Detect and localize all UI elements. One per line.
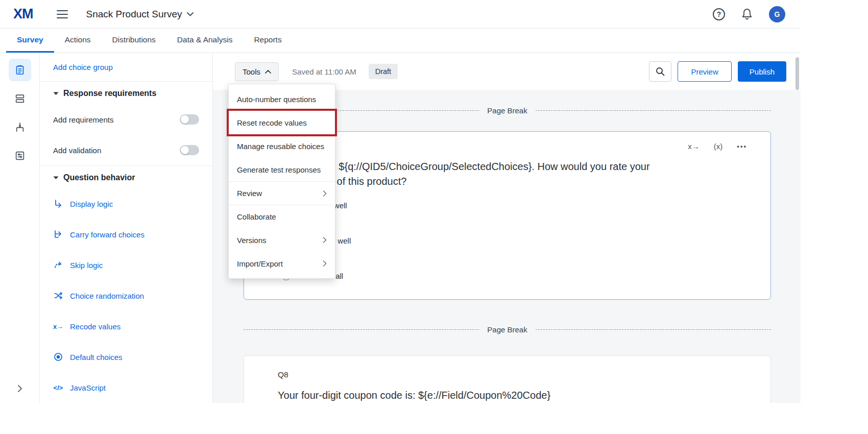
caret-down-icon	[53, 176, 59, 180]
page-break-label: Page Break	[487, 106, 527, 115]
tab-data-analysis[interactable]: Data & Analysis	[166, 29, 244, 53]
body-row: Add choice group Response requirements A…	[0, 53, 801, 403]
expand-rail-chevron-icon[interactable]	[17, 384, 22, 393]
carry-forward-icon	[53, 230, 63, 239]
tools-menu-button[interactable]: Tools	[235, 62, 279, 81]
left-icon-rail	[0, 53, 40, 403]
submenu-chevron-icon	[323, 190, 327, 197]
sidebar-item-recode-values[interactable]: x→ Recode values	[40, 311, 212, 342]
hamburger-menu-icon[interactable]	[57, 10, 68, 19]
add-choice-group-link[interactable]: Add choice group	[53, 63, 113, 71]
search-button[interactable]	[649, 61, 671, 82]
add-requirements-row: Add requirements	[40, 104, 212, 135]
choice-option[interactable]: Not well at all	[282, 272, 770, 280]
survey-builder-icon[interactable]	[9, 59, 31, 81]
choice-option[interactable]: Extremely well	[282, 201, 770, 210]
display-logic-icon	[53, 199, 63, 208]
menu-item-review[interactable]: Review	[229, 181, 335, 205]
add-validation-label: Add validation	[53, 146, 101, 155]
question-behavior-header[interactable]: Question behavior	[40, 166, 212, 188]
sidebar-item-skip-logic[interactable]: Skip logic	[40, 250, 212, 280]
add-choice-group-row: Add choice group	[40, 53, 212, 82]
tab-distributions[interactable]: Distributions	[102, 29, 166, 53]
menu-item-auto-number-questions[interactable]: Auto-number questions	[229, 87, 335, 111]
tab-actions[interactable]: Actions	[54, 29, 102, 53]
chevron-down-icon	[187, 12, 194, 16]
page-break: Page Break	[244, 325, 771, 334]
recode-values-indicator-icon[interactable]: x→	[688, 142, 700, 151]
primary-nav-tabs: Survey Actions Distributions Data & Anal…	[0, 29, 801, 53]
survey-options-icon[interactable]	[9, 144, 31, 167]
shuffle-icon	[53, 291, 63, 300]
user-avatar[interactable]: G	[769, 6, 785, 22]
survey-title: Snack Product Survey	[86, 9, 182, 20]
saved-status: Saved at 11:00 AM	[292, 67, 356, 76]
help-icon[interactable]: ?	[713, 8, 725, 20]
sidebar-item-default-choices[interactable]: Default choices	[40, 342, 212, 372]
survey-flow-icon[interactable]	[9, 116, 31, 138]
question-quick-icons: x→ (x) •••	[688, 142, 747, 151]
menu-item-versions[interactable]: Versions	[229, 228, 335, 252]
question-text[interactable]: Your four-digit coupon code is: ${e://Fi…	[278, 390, 770, 401]
page-break-label: Page Break	[487, 325, 527, 334]
sidebar-item-javascript[interactable]: </> JavaScript	[40, 372, 212, 403]
menu-item-import-export[interactable]: Import/Export	[229, 252, 335, 275]
menu-item-manage-reusable-choices[interactable]: Manage reusable choices	[229, 134, 335, 158]
notifications-bell-icon[interactable]	[741, 8, 753, 20]
code-icon: </>	[53, 384, 63, 392]
draft-badge: Draft	[369, 64, 398, 79]
xm-logo: XM	[13, 6, 33, 22]
sidebar-item-choice-randomization[interactable]: Choice randomization	[40, 280, 212, 311]
sidebar-item-carry-forward-choices[interactable]: Carry forward choices	[40, 219, 212, 250]
menu-item-generate-test-responses[interactable]: Generate test responses	[229, 158, 335, 181]
survey-title-dropdown[interactable]: Snack Product Survey	[86, 9, 194, 20]
preview-button[interactable]: Preview	[678, 61, 731, 82]
submenu-chevron-icon	[323, 260, 327, 267]
response-requirements-header[interactable]: Response requirements	[40, 82, 212, 104]
tools-dropdown-menu: Auto-number questions Reset recode value…	[228, 84, 335, 279]
default-choices-icon	[53, 352, 63, 361]
add-validation-toggle[interactable]	[180, 145, 199, 155]
top-bar: XM Snack Product Survey ? G	[0, 0, 801, 29]
caret-down-icon	[53, 92, 59, 95]
tab-survey[interactable]: Survey	[6, 29, 54, 53]
screen: { "header": { "logo_text": "XM", "survey…	[0, 0, 868, 434]
blocks-icon[interactable]	[9, 87, 31, 110]
add-validation-row: Add validation	[40, 135, 212, 165]
more-options-icon[interactable]: •••	[737, 142, 747, 150]
scrollbar-thumb[interactable]	[795, 57, 799, 90]
question-text[interactable]: You selected ${q://QID5/ChoiceGroup/Sele…	[278, 159, 673, 189]
question-number: Q8	[278, 370, 770, 379]
tab-reports[interactable]: Reports	[243, 29, 292, 53]
piped-text-icon[interactable]: (x)	[714, 142, 723, 151]
top-bar-actions: ? G	[713, 6, 785, 22]
question-editing-sidebar: Add choice group Response requirements A…	[40, 53, 213, 403]
recode-values-icon: x→	[53, 323, 63, 330]
chevron-up-icon	[265, 70, 271, 74]
search-icon	[656, 67, 665, 76]
add-requirements-toggle[interactable]	[180, 114, 199, 125]
submenu-chevron-icon	[323, 237, 327, 243]
publish-button[interactable]: Publish	[738, 61, 786, 82]
menu-item-reset-recode-values[interactable]: Reset recode values	[229, 111, 335, 134]
menu-item-collaborate[interactable]: Collaborate	[229, 205, 335, 228]
skip-logic-icon	[53, 260, 63, 270]
choice-option[interactable]: Moderately well	[282, 236, 770, 245]
app-window: XM Snack Product Survey ? G Survey Actio…	[0, 0, 801, 403]
toolbar-actions: Preview Publish	[649, 61, 786, 82]
question-options: Extremely well Moderately well Not well …	[282, 201, 770, 280]
question-card-q8[interactable]: Q8 Your four-digit coupon code is: ${e:/…	[244, 355, 771, 403]
sidebar-item-display-logic[interactable]: Display logic	[40, 188, 212, 219]
add-requirements-label: Add requirements	[53, 115, 113, 124]
